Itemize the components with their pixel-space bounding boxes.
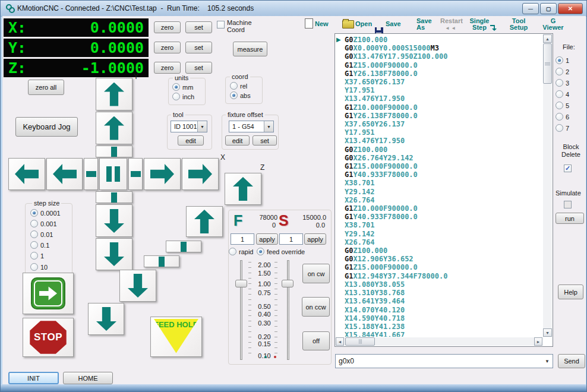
fixture-set-button[interactable]: set <box>253 135 277 146</box>
gcode-line[interactable]: G0X26.764Y29.142 <box>345 154 543 162</box>
gcode-listbox[interactable]: ▶ G0Z100.000G0X0.000Y0.000S15000M3G0X13.… <box>334 33 553 347</box>
jog-x-minus-slow-button[interactable] <box>46 158 83 190</box>
toolbar-restart[interactable]: Restart <box>440 18 463 24</box>
file-radio-2[interactable]: 2 <box>556 68 569 75</box>
gcode-line[interactable]: G1Z10.000F90000.0 <box>345 103 543 112</box>
mdi-combobox[interactable]: g0x0 ▼ <box>335 354 553 368</box>
home-button[interactable]: HOME <box>63 372 113 384</box>
init-button[interactable]: INIT <box>8 372 59 384</box>
run-button[interactable]: run <box>556 213 584 224</box>
scroll-down-icon[interactable]: ▼ <box>543 328 552 337</box>
gcode-vscrollbar[interactable]: ▲ ▼ <box>543 34 552 337</box>
jog-z-plus-step-button[interactable] <box>166 241 201 252</box>
toolbar-open[interactable]: Open <box>355 21 372 27</box>
vscroll-thumb[interactable] <box>543 43 552 84</box>
jog-x-minus-fast-button[interactable] <box>8 158 45 190</box>
spindle-on-ccw-button[interactable]: on ccw <box>302 297 330 317</box>
speed-apply-button[interactable]: apply <box>304 233 326 245</box>
step-size-0.1[interactable]: 0.1 <box>30 241 49 249</box>
machine-coord-checkbox[interactable] <box>217 21 225 29</box>
feed-override-radio[interactable]: feed override <box>257 248 305 255</box>
gcode-line[interactable]: X15.844Y41.667 <box>345 331 543 337</box>
speed-slider-track[interactable] <box>287 260 289 360</box>
gcode-line[interactable]: G0Z100.000 <box>345 246 543 255</box>
gcode-line[interactable]: G1Y26.138F78000.0 <box>345 69 543 78</box>
step-size-0.001[interactable]: 0.001 <box>30 220 57 227</box>
coord-rel[interactable]: rel <box>230 82 247 90</box>
toolbar-save[interactable]: Save <box>386 21 401 27</box>
file-radio-7[interactable]: 7 <box>556 124 569 132</box>
zero-x-button[interactable]: zero <box>154 21 181 33</box>
gcode-line[interactable]: G0X12.906Y36.652 <box>345 255 543 263</box>
gcode-line[interactable]: X26.764 <box>345 238 543 246</box>
gcode-line[interactable]: Y29.142 <box>345 230 543 238</box>
file-radio-1[interactable]: 1 <box>556 56 569 64</box>
block-delete-checkbox[interactable]: ✓ <box>564 165 572 172</box>
jog-x-plus-step-button[interactable] <box>128 158 143 190</box>
file-radio-3[interactable]: 3 <box>556 79 569 87</box>
zero-all-button[interactable]: zero all <box>28 80 64 95</box>
spindle-off-button[interactable]: off <box>302 331 330 350</box>
jog-y-plus-step-button[interactable] <box>96 146 132 157</box>
gcode-line[interactable]: G1Y40.933F78000.0 <box>345 170 543 179</box>
gcode-line[interactable]: X26.764 <box>345 196 543 204</box>
feed-override-input[interactable]: 1 <box>231 233 254 245</box>
open-folder-icon[interactable] <box>342 20 354 29</box>
jog-pause-button[interactable] <box>99 158 127 190</box>
step-size-1[interactable]: 1 <box>30 252 44 260</box>
new-file-icon[interactable] <box>305 18 313 29</box>
help-button[interactable]: Help <box>558 284 583 299</box>
feed-slider-handle[interactable] <box>235 280 247 287</box>
gcode-line[interactable]: Y17.951 <box>345 128 543 137</box>
gcode-line[interactable]: X37.650Y26.137 <box>345 78 543 86</box>
gcode-line[interactable]: G0X13.476Y17.950Z100.000 <box>345 52 543 61</box>
gcode-line[interactable]: Y29.142 <box>345 188 543 196</box>
measure-button[interactable]: measure <box>233 42 267 56</box>
toolbar-new[interactable]: New <box>315 21 329 27</box>
gcode-line[interactable]: X13.310Y38.768 <box>345 289 543 297</box>
units-mm[interactable]: mm <box>172 83 193 91</box>
toolbar-g-viewer[interactable]: G Viewer <box>540 18 566 31</box>
simulate-checkbox[interactable] <box>564 201 572 208</box>
gcode-line[interactable]: G1Y26.138F78000.0 <box>345 112 543 120</box>
file-radio-5[interactable]: 5 <box>556 102 569 109</box>
close-button[interactable]: ✕ <box>558 3 583 14</box>
set-y-button[interactable]: set <box>185 42 212 53</box>
hscroll-thumb[interactable] <box>345 337 375 346</box>
set-z-button[interactable]: set <box>185 62 212 74</box>
coord-abs[interactable]: abs <box>230 91 251 99</box>
spindle-on-cw-button[interactable]: on cw <box>302 264 330 283</box>
gcode-line[interactable]: X14.590Y40.718 <box>345 314 543 323</box>
units-inch[interactable]: inch <box>172 93 194 100</box>
gcode-line[interactable]: X13.476Y17.950 <box>345 94 543 103</box>
gcode-line[interactable]: X15.188Y41.238 <box>345 323 543 331</box>
gcode-line[interactable]: X13.641Y39.464 <box>345 297 543 305</box>
gcode-line[interactable]: G0Z100.000 <box>345 146 543 154</box>
step-size-10[interactable]: 10 <box>30 263 48 271</box>
step-size-0.01[interactable]: 0.01 <box>30 230 53 238</box>
gcode-line[interactable]: G0Z100.000 <box>345 36 543 44</box>
scroll-left-icon[interactable]: ◄ <box>336 337 344 346</box>
gcode-line[interactable]: G1Z10.000F90000.0 <box>345 204 543 213</box>
fixture-edit-button[interactable]: edit <box>225 135 250 146</box>
jog-x-plus-fast-button[interactable] <box>182 158 219 190</box>
toolbar-save-as[interactable]: Save As <box>416 18 435 31</box>
gcode-line[interactable]: G0X0.000Y0.000S15000M3 <box>345 44 543 52</box>
tool-edit-button[interactable]: edit <box>178 135 204 146</box>
set-x-button[interactable]: set <box>185 21 212 33</box>
jog-x-plus-slow-button[interactable] <box>144 158 181 190</box>
gcode-line[interactable]: X37.650Y26.137 <box>345 120 543 128</box>
scroll-up-icon[interactable]: ▲ <box>543 34 552 43</box>
gcode-line[interactable]: X38.701 <box>345 179 543 187</box>
jog-x-minus-step-button[interactable] <box>84 158 98 190</box>
maximize-button[interactable]: ▢ <box>540 3 557 14</box>
jog-z-minus-slow-button[interactable] <box>119 270 156 302</box>
feed-slider-track[interactable] <box>240 260 242 360</box>
jog-y-minus-step-button[interactable] <box>96 191 132 203</box>
jog-z-minus-step-button[interactable] <box>144 255 179 267</box>
scroll-right-icon[interactable]: ► <box>534 337 542 346</box>
gcode-line[interactable]: X13.080Y38.055 <box>345 280 543 289</box>
feed-apply-button[interactable]: apply <box>256 233 278 245</box>
gcode-line[interactable]: Y17.951 <box>345 86 543 94</box>
gcode-line[interactable]: X14.070Y40.120 <box>345 306 543 314</box>
